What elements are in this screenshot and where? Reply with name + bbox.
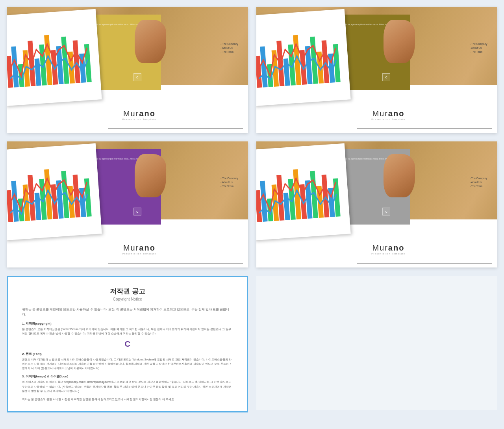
menu-item-company-2: - The Company (470, 43, 487, 45)
fist-4 (384, 154, 415, 197)
fist-1 (135, 20, 166, 63)
chart-paper-2 (256, 9, 351, 106)
chart-paper-1 (7, 9, 102, 106)
slide-olive: USD 869,000 Lorem ipsum dolor sit amet, … (256, 7, 497, 133)
slide-gray: USD 869,000 Lorem ipsum dolor sit amet, … (256, 141, 497, 267)
menu-item-company-3: - The Company (220, 177, 238, 180)
chart-paper-3 (7, 143, 102, 241)
slide-gray-wrapper[interactable]: USD 869,000 Lorem ipsum dolor sit amet, … (253, 138, 500, 271)
copyright-title-english: Copyright Notice (22, 297, 233, 301)
copyright-slide: 저작권 공고 Copyright Notice 귀하는 본 콘텐츠를 개인적인 … (7, 276, 248, 412)
svg-rect-50 (284, 193, 290, 220)
svg-rect-20 (284, 58, 290, 86)
bottom-bar-1 (108, 128, 243, 129)
svg-rect-35 (34, 193, 41, 220)
main-title-3: Murano (122, 243, 156, 253)
logo-1: C (133, 73, 141, 81)
copyright-s2-title: 2. 폰트 (Font) (22, 352, 233, 356)
menu-2: - The Company - About Us - The Team (470, 43, 487, 54)
copyright-s1-title: 1. 저작권(copyright) (22, 321, 233, 326)
main-title-2: Murano (371, 109, 405, 118)
main-title-4: Murano (371, 243, 405, 253)
copyright-outro: 귀하는 본 콘텐츠에 관한 서비한 사항은 세부적인 설명을 통해서 알려드리고… (22, 397, 233, 401)
menu-item-company-1: - The Company (220, 43, 238, 45)
empty-slide (256, 276, 497, 410)
menu-1: - The Company - About Us - The Team (220, 43, 238, 54)
copyright-logo-center: C (22, 340, 233, 349)
title-3: Murano Presentation Template (122, 243, 156, 255)
copyright-title-korean: 저작권 공고 (22, 287, 233, 296)
top-row: USD 864,000 Lorem ipsum dolor sit amet, … (4, 4, 500, 136)
main-container: USD 864,000 Lorem ipsum dolor sit amet, … (0, 0, 504, 429)
logo-2: C (382, 73, 390, 81)
menu-item-company-4: - The Company (470, 177, 487, 180)
subtitle-2: Presentation Template (371, 118, 405, 121)
copyright-s1-text: 본 콘텐츠의 모든 지적재산권은 (content/team.co)에 귀속되어… (22, 327, 233, 336)
copyright-intro: 귀하는 본 콘텐츠를 개인적인 용도로만 사용하실 수 있습니다. 또한, 이 … (22, 307, 233, 318)
subtitle-3: Presentation Template (122, 253, 156, 255)
menu-item-about-2: - About Us (470, 46, 487, 49)
chart-paper-4 (256, 143, 351, 241)
logo-4: C (382, 208, 390, 215)
title-1: Murano Presentation Template (122, 109, 156, 121)
logo-3: C (133, 208, 141, 215)
menu-item-team-3: - The Team (220, 185, 238, 188)
copyright-s3-text: 이 서비스에 사용되는 이미지들은 freepixabay.com와 dafon… (22, 380, 233, 393)
menu-3: - The Company - About Us - The Team (220, 177, 238, 189)
bottom-row: 저작권 공고 Copyright Notice 귀하는 본 콘텐츠를 개인적인 … (4, 273, 500, 416)
menu-4: - The Company - About Us - The Team (470, 177, 487, 189)
slide-purple: USD 869,000 Lorem ipsum dolor sit amet, … (7, 141, 248, 267)
subtitle-1: Presentation Template (122, 118, 156, 121)
title-2: Murano Presentation Template (371, 109, 405, 121)
fist-3 (135, 154, 166, 197)
copyright-s2-text: 콘텐츠 내부 디자인에는 함초롱 서체와 나이트버스글꼴이 사용되었습니다. 그… (22, 357, 233, 371)
copyright-s3-title: 3. 이미지(Image) & 아이콘(Icon) (22, 374, 233, 379)
empty-slide-wrapper (253, 273, 500, 416)
slide-olive-wrapper[interactable]: USD 869,000 Lorem ipsum dolor sit amet, … (253, 4, 500, 136)
main-title-1: Murano (122, 109, 156, 118)
svg-rect-5 (34, 58, 41, 86)
menu-item-about-1: - About Us (220, 46, 238, 49)
middle-row: USD 869,000 Lorem ipsum dolor sit amet, … (4, 138, 500, 271)
menu-item-team-2: - The Team (470, 50, 487, 53)
bottom-bar-3 (108, 263, 243, 264)
copyright-wrapper: 저작권 공고 Copyright Notice 귀하는 본 콘텐츠를 개인적인 … (4, 273, 251, 416)
menu-item-team-4: - The Team (470, 185, 487, 188)
slide-yellow: USD 864,000 Lorem ipsum dolor sit amet, … (7, 7, 248, 133)
menu-item-about-4: - About Us (470, 181, 487, 184)
bottom-bar-4 (357, 263, 492, 264)
bottom-bar-2 (357, 128, 492, 129)
slide-purple-wrapper[interactable]: USD 869,000 Lorem ipsum dolor sit amet, … (4, 138, 251, 271)
menu-item-about-3: - About Us (220, 181, 238, 184)
title-4: Murano Presentation Template (371, 243, 405, 255)
slide-yellow-wrapper[interactable]: USD 864,000 Lorem ipsum dolor sit amet, … (4, 4, 251, 136)
menu-item-team-1: - The Team (220, 50, 238, 53)
subtitle-4: Presentation Template (371, 253, 405, 255)
fist-2 (384, 20, 415, 63)
